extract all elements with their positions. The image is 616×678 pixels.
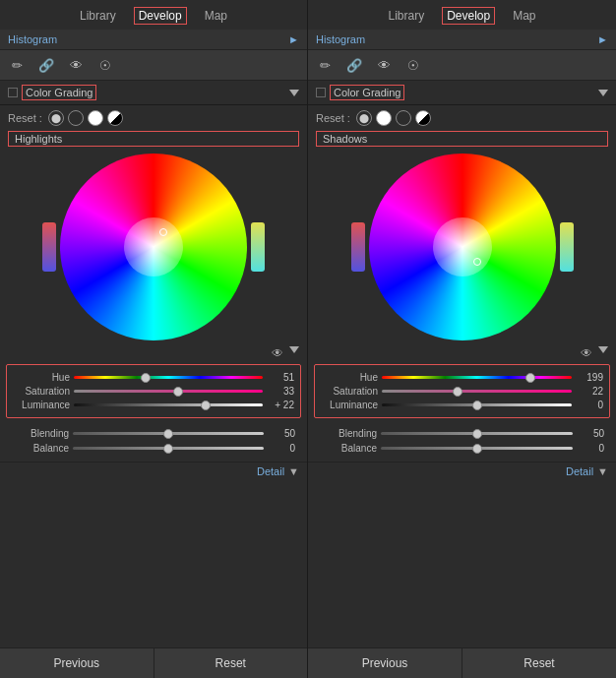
reset-shadows-icon-right[interactable] (376, 110, 392, 126)
balance-thumb-left[interactable] (163, 444, 173, 454)
sliders-box-right: Hue 199 Saturation 22 Luminance 0 (314, 364, 610, 418)
blending-thumb-right[interactable] (472, 429, 482, 439)
previous-button-right[interactable]: Previous (308, 648, 462, 678)
balance-row-right: Balance 0 (320, 443, 604, 454)
lum-label-right: Luminance (321, 400, 378, 410)
balance-thumb-right[interactable] (472, 444, 482, 454)
heal-icon[interactable]: 🔗 (37, 56, 55, 74)
balance-track-right[interactable] (381, 447, 573, 450)
reset-highlights-icon[interactable] (107, 110, 123, 126)
section-header-right: Color Grading (308, 81, 616, 105)
crop-icon-right[interactable]: ✏ (316, 56, 334, 74)
sat-value-left: 33 (267, 386, 294, 397)
crop-icon[interactable]: ✏ (8, 56, 26, 74)
detail-arrow-right[interactable]: ▼ (597, 465, 608, 477)
lum-track-left[interactable] (74, 403, 263, 406)
detail-label-right[interactable]: Detail (566, 465, 593, 477)
eye-icon-right[interactable]: 👁 (581, 346, 592, 360)
redeye-icon[interactable]: 👁 (67, 56, 85, 74)
blending-track-left[interactable] (73, 432, 264, 435)
color-wheel-left[interactable] (60, 154, 247, 340)
reset-highlights-icon-right[interactable] (415, 110, 431, 126)
reset-all-icon-right[interactable]: ⬤ (356, 110, 372, 126)
detail-label-left[interactable]: Detail (257, 465, 284, 477)
blending-row-right: Blending 50 (320, 428, 604, 439)
wheel-side-right-bar (251, 222, 265, 272)
reset-label-right: Reset : (316, 112, 350, 124)
sat-thumb-left[interactable] (173, 387, 183, 397)
wheel-side-right-bar-right (560, 222, 574, 272)
section-arrow-left[interactable] (289, 88, 299, 98)
blending-track-right[interactable] (381, 432, 573, 435)
histogram-arrow-left[interactable]: ► (288, 33, 299, 45)
histogram-bar-right: Histogram ► (308, 30, 616, 50)
reset-shadows-icon[interactable] (68, 110, 84, 126)
histogram-bar-left: Histogram ► (0, 30, 307, 50)
wheel-side-left-bar (42, 222, 56, 272)
filter-icon-right[interactable]: ☉ (404, 56, 422, 74)
nav-library-left[interactable]: Library (76, 7, 120, 25)
section-header-left: Color Grading (0, 81, 307, 105)
sliders-box-left: Hue 51 Saturation 33 Luminance + 22 (6, 364, 301, 418)
tone-mode-left[interactable]: Highlights (8, 131, 299, 147)
lum-value-left: + 22 (267, 400, 294, 410)
left-panel: Library Develop Map Histogram ► ✏ 🔗 👁 ☉ … (0, 0, 308, 678)
lum-thumb-right[interactable] (472, 401, 482, 410)
filter-icon[interactable]: ☉ (96, 56, 114, 74)
wheel-dot-right[interactable] (473, 258, 481, 266)
eye-row-right: 👁 (308, 344, 616, 362)
histogram-arrow-right[interactable]: ► (597, 33, 608, 45)
section-toggle-left[interactable] (8, 88, 18, 97)
previous-button-left[interactable]: Previous (0, 648, 154, 678)
reset-midtones-icon-right[interactable] (396, 110, 411, 126)
reset-icons-left: ⬤ (48, 110, 123, 126)
reset-all-icon[interactable]: ⬤ (48, 110, 64, 126)
lum-value-right: 0 (576, 400, 603, 410)
toolbar-left: ✏ 🔗 👁 ☉ (0, 50, 307, 81)
balance-track-left[interactable] (73, 447, 264, 450)
wheel-menu-arrow-left[interactable] (289, 346, 299, 353)
hue-track-left[interactable] (74, 376, 263, 379)
reset-midtones-icon[interactable] (88, 110, 103, 126)
color-wheel-right[interactable] (369, 154, 556, 340)
sat-thumb-right[interactable] (453, 387, 462, 397)
hue-thumb-left[interactable] (141, 373, 151, 383)
heal-icon-right[interactable]: 🔗 (345, 56, 363, 74)
reset-button-right[interactable]: Reset (462, 648, 616, 678)
reset-button-left[interactable]: Reset (154, 648, 308, 678)
blending-value-left: 50 (268, 428, 295, 439)
reset-icons-right: ⬤ (356, 110, 431, 126)
sat-track-right[interactable] (382, 390, 572, 393)
nav-develop-left[interactable]: Develop (134, 7, 187, 25)
hue-thumb-right[interactable] (525, 373, 535, 383)
histogram-label-right: Histogram (316, 33, 365, 45)
sat-value-right: 22 (576, 386, 603, 397)
nav-map-right[interactable]: Map (509, 7, 539, 25)
extra-sliders-left: Blending 50 Balance 0 (6, 420, 301, 462)
reset-row-right: Reset : ⬤ (308, 105, 616, 128)
redeye-icon-right[interactable]: 👁 (375, 56, 393, 74)
right-panel: Library Develop Map Histogram ► ✏ 🔗 👁 ☉ … (308, 0, 616, 678)
detail-row-right: Detail ▼ (308, 462, 616, 480)
wheel-side-left-bar-right (351, 222, 365, 272)
eye-icon-left[interactable]: 👁 (272, 346, 283, 360)
detail-arrow-left[interactable]: ▼ (288, 465, 299, 477)
lum-track-right[interactable] (382, 403, 572, 406)
section-toggle-right[interactable] (316, 88, 326, 97)
sat-label-left: Saturation (13, 386, 70, 397)
blending-thumb-left[interactable] (163, 429, 173, 439)
hue-track-right[interactable] (382, 376, 572, 379)
sat-label-right: Saturation (321, 386, 378, 397)
lum-thumb-left[interactable] (201, 401, 211, 410)
nav-map-left[interactable]: Map (201, 7, 231, 25)
wheel-menu-arrow-right[interactable] (598, 346, 608, 353)
nav-library-right[interactable]: Library (384, 7, 428, 25)
color-wheel-visual-right[interactable] (369, 154, 556, 340)
nav-develop-right[interactable]: Develop (442, 7, 495, 25)
histogram-label-left: Histogram (8, 33, 57, 45)
tone-mode-right[interactable]: Shadows (316, 131, 608, 147)
wheel-dot-left[interactable] (159, 228, 167, 236)
sat-track-left[interactable] (74, 390, 263, 393)
color-wheel-visual-left[interactable] (60, 154, 247, 340)
section-arrow-right[interactable] (598, 88, 608, 98)
